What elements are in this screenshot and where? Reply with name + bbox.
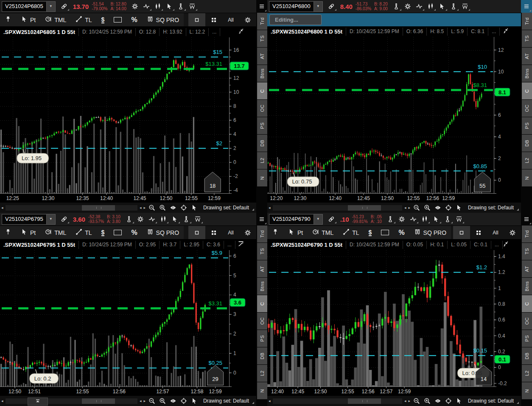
wave-icon[interactable]: [408, 214, 419, 224]
sidebar-tab-ts[interactable]: TS: [257, 243, 267, 260]
menu-icon[interactable]: [256, 213, 267, 226]
link-icon[interactable]: [59, 1, 70, 11]
crosshair-icon[interactable]: [179, 397, 188, 405]
menu-icon[interactable]: [521, 213, 532, 226]
pattern-icon[interactable]: [187, 1, 198, 11]
sidebar-tab-ts[interactable]: TS: [522, 243, 532, 260]
scrollbar-thumb[interactable]: [348, 398, 381, 404]
sidebar-tab-n[interactable]: N: [257, 169, 267, 186]
link-icon[interactable]: [59, 214, 70, 224]
crosshair-icon[interactable]: [444, 397, 453, 405]
pointer-tool[interactable]: Pt: [16, 226, 40, 239]
menu-icon[interactable]: [256, 0, 267, 13]
candle-icon[interactable]: [419, 214, 431, 224]
sidebar-tab-db[interactable]: DB: [257, 135, 267, 152]
menu-icon[interactable]: [521, 0, 532, 13]
scrollbar-thumb[interactable]: [82, 205, 115, 211]
cursor-icon[interactable]: [169, 214, 181, 224]
apply-all-button[interactable]: All: [222, 226, 239, 239]
sq-pro-tool[interactable]: SQ PRO: [142, 13, 184, 26]
sidebar-tab-l2[interactable]: L2: [257, 365, 267, 382]
editing-button[interactable]: Editing...: [269, 14, 322, 25]
scrollbar-thumb[interactable]: [348, 205, 381, 211]
rectangle-tool[interactable]: [376, 226, 394, 239]
sidebar-tab-btns[interactable]: Btns: [522, 278, 532, 295]
pointer-icon[interactable]: [455, 204, 463, 211]
sidebar-tab-at[interactable]: AT: [257, 48, 267, 65]
drawing-set-label[interactable]: Drawing set: Default: [465, 205, 515, 211]
sidebar-tab-ps[interactable]: PS: [257, 117, 267, 134]
price-level-tool[interactable]: $: [364, 226, 377, 239]
sidebar-tab-at[interactable]: AT: [522, 48, 532, 65]
chart-canvas[interactable]: 1.41.210.80.60.40.20-0.212:4012:4512:501…: [267, 250, 521, 396]
sidebar-tab-ps[interactable]: PS: [257, 330, 267, 347]
collapse-panel-button[interactable]: [28, 398, 48, 406]
sidebar-tab-at[interactable]: AT: [257, 260, 267, 277]
chart-canvas[interactable]: 16121086420-2-412:2512:3012:3512:4012:45…: [0, 37, 256, 203]
step-right-icon[interactable]: ▸: [408, 206, 410, 210]
pointer-icon[interactable]: [455, 397, 463, 405]
sidebar-tab-c[interactable]: C: [522, 295, 532, 312]
pointer-icon[interactable]: [190, 397, 199, 405]
flask-icon[interactable]: [391, 1, 402, 11]
chart-scrollbar[interactable]: [6, 205, 137, 211]
pin-drawings-button[interactable]: [0, 13, 16, 26]
candle-icon[interactable]: [158, 214, 169, 224]
zoom-in-icon[interactable]: [158, 204, 167, 211]
sidebar-tab-oc[interactable]: OC: [257, 313, 267, 330]
flask-icon[interactable]: [442, 214, 454, 224]
step-right-icon[interactable]: ▸: [408, 399, 410, 403]
wave-icon[interactable]: [414, 1, 425, 11]
sidebar-tab-trd[interactable]: Trd: [257, 13, 267, 30]
chart-canvas[interactable]: 1210642012:2012:3012:4012:4512:5012:5512…: [267, 37, 521, 203]
grid-layout-button[interactable]: [205, 13, 222, 26]
step-right-icon[interactable]: ▸: [143, 206, 146, 210]
scroll-left-icon[interactable]: ◂: [269, 206, 271, 210]
zoom-in-icon[interactable]: [158, 397, 167, 405]
sidebar-tab-oc[interactable]: OC: [522, 313, 532, 330]
grid-layout-button[interactable]: [470, 226, 487, 239]
flask-icon[interactable]: [123, 214, 135, 224]
pin-drawings-button[interactable]: [267, 226, 283, 239]
wave-icon[interactable]: [141, 1, 152, 11]
wave-icon[interactable]: [146, 214, 158, 224]
sidebar-tab-n[interactable]: N: [257, 382, 267, 399]
symbol-input[interactable]: V251024P6795 ▾: [2, 214, 56, 225]
sidebar-tab-db[interactable]: DB: [522, 347, 532, 364]
step-right-icon[interactable]: ▸: [143, 399, 146, 403]
pattern-icon[interactable]: [192, 214, 204, 224]
symbol-dropdown-icon[interactable]: ▾: [46, 214, 55, 224]
sidebar-tab-l2[interactable]: L2: [257, 152, 267, 169]
chart-canvas[interactable]: 654321012:5012:5112:5512:5612:5712:5812:…: [0, 250, 256, 396]
zoom-in-icon[interactable]: [423, 204, 431, 211]
candle-icon[interactable]: [425, 1, 437, 11]
scroll-left-icon[interactable]: ◂: [1, 399, 3, 403]
single-chart-button[interactable]: [188, 226, 205, 239]
trendline-tool[interactable]: TL: [338, 226, 364, 239]
flask-icon[interactable]: [385, 214, 396, 224]
pointer-tool[interactable]: Pt: [16, 13, 40, 26]
collapse-arrows-icon[interactable]: [238, 28, 244, 36]
cursor-icon[interactable]: [437, 1, 448, 11]
link-icon[interactable]: [326, 1, 337, 11]
single-chart-button[interactable]: [188, 13, 205, 26]
sidebar-tab-ps[interactable]: PS: [522, 330, 532, 347]
gear-icon[interactable]: [129, 1, 141, 11]
flask-icon[interactable]: [448, 1, 459, 11]
gear-icon[interactable]: [135, 214, 146, 224]
sidebar-tab-db[interactable]: DB: [257, 347, 267, 364]
trendline-tool[interactable]: TL: [71, 226, 96, 239]
auto-scale-icon[interactable]: [169, 397, 177, 405]
flask-icon[interactable]: [181, 214, 192, 224]
pin-drawings-button[interactable]: [0, 226, 16, 239]
sidebar-tab-trd[interactable]: Trd: [522, 226, 532, 242]
auto-scale-icon[interactable]: [434, 204, 442, 211]
drawing-set-dropdown-icon[interactable]: [517, 209, 519, 211]
drawbar-settings-button[interactable]: [239, 13, 256, 26]
apply-all-button[interactable]: All: [222, 13, 239, 26]
chart-scrollbar[interactable]: [273, 205, 402, 211]
drawing-set-label[interactable]: Drawing set: Default: [201, 205, 250, 211]
drawing-set-dropdown-icon[interactable]: [517, 402, 519, 404]
crosshair-icon[interactable]: [444, 204, 453, 211]
sidebar-tab-ts[interactable]: TS: [522, 30, 532, 47]
